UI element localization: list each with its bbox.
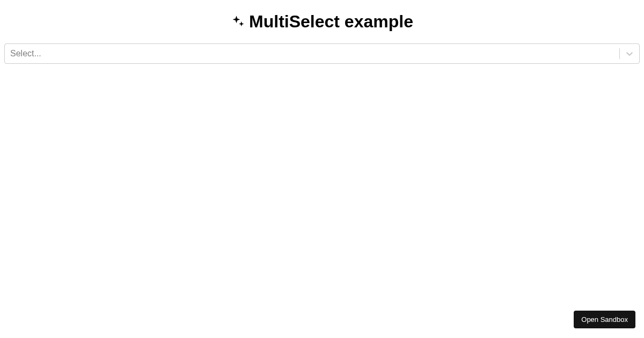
multiselect-placeholder: Select... [5,47,619,61]
page-title-text: MultiSelect example [249,12,413,32]
multiselect-control[interactable]: Select... [4,43,640,64]
sparkles-icon [231,14,246,30]
page-title: MultiSelect example [231,12,413,32]
open-sandbox-button[interactable]: Open Sandbox [574,311,635,328]
multiselect-indicators [619,44,639,63]
chevron-down-icon[interactable] [620,44,639,63]
